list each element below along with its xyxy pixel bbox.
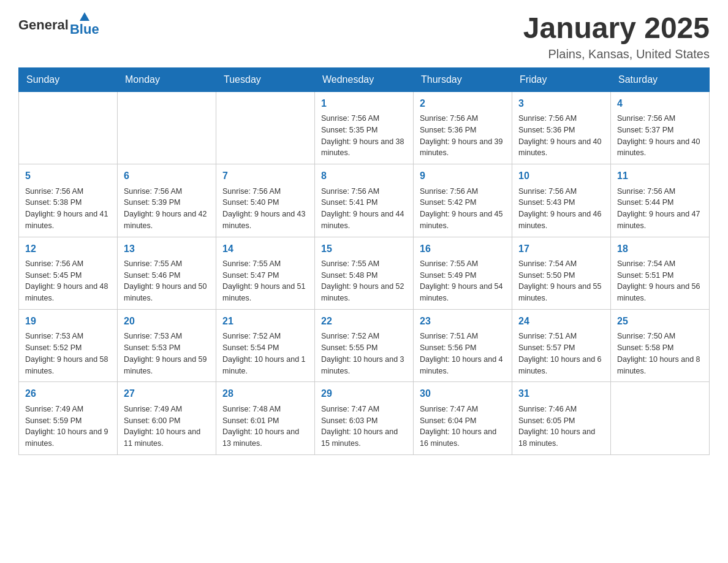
calendar-day-20: 20Sunrise: 7:53 AM Sunset: 5:53 PM Dayli…: [118, 309, 216, 381]
day-info: Sunrise: 7:47 AM Sunset: 6:03 PM Dayligh…: [321, 404, 407, 450]
calendar-day-21: 21Sunrise: 7:52 AM Sunset: 5:54 PM Dayli…: [216, 309, 315, 381]
weekday-header-saturday: Saturday: [611, 67, 710, 91]
day-number: 17: [518, 242, 604, 256]
page-header: General Blue January 2025 Plains, Kansas…: [18, 12, 710, 61]
calendar-week-row: 26Sunrise: 7:49 AM Sunset: 5:59 PM Dayli…: [19, 382, 710, 454]
day-info: Sunrise: 7:54 AM Sunset: 5:50 PM Dayligh…: [518, 258, 604, 304]
calendar-day-8: 8Sunrise: 7:56 AM Sunset: 5:41 PM Daylig…: [315, 164, 414, 237]
calendar-empty-cell: [216, 91, 315, 164]
day-info: Sunrise: 7:56 AM Sunset: 5:35 PM Dayligh…: [321, 113, 407, 159]
day-info: Sunrise: 7:56 AM Sunset: 5:36 PM Dayligh…: [420, 113, 506, 159]
title-block: January 2025 Plains, Kansas, United Stat…: [523, 12, 710, 61]
weekday-header-wednesday: Wednesday: [315, 67, 414, 91]
day-info: Sunrise: 7:53 AM Sunset: 5:53 PM Dayligh…: [124, 331, 210, 377]
day-info: Sunrise: 7:55 AM Sunset: 5:49 PM Dayligh…: [420, 258, 506, 304]
day-number: 20: [124, 315, 210, 328]
calendar-day-31: 31Sunrise: 7:46 AM Sunset: 6:05 PM Dayli…: [512, 382, 611, 454]
calendar-day-3: 3Sunrise: 7:56 AM Sunset: 5:36 PM Daylig…: [512, 91, 611, 164]
day-info: Sunrise: 7:55 AM Sunset: 5:46 PM Dayligh…: [124, 258, 210, 304]
day-number: 26: [25, 387, 111, 400]
calendar-day-26: 26Sunrise: 7:49 AM Sunset: 5:59 PM Dayli…: [19, 382, 118, 454]
day-info: Sunrise: 7:49 AM Sunset: 5:59 PM Dayligh…: [25, 404, 111, 450]
calendar-day-17: 17Sunrise: 7:54 AM Sunset: 5:50 PM Dayli…: [512, 237, 611, 309]
day-info: Sunrise: 7:54 AM Sunset: 5:51 PM Dayligh…: [617, 258, 703, 304]
location-title: Plains, Kansas, United States: [523, 47, 710, 61]
day-number: 29: [321, 387, 407, 400]
day-info: Sunrise: 7:48 AM Sunset: 6:01 PM Dayligh…: [222, 404, 308, 450]
day-number: 19: [25, 315, 111, 328]
calendar-day-4: 4Sunrise: 7:56 AM Sunset: 5:37 PM Daylig…: [611, 91, 710, 164]
day-number: 10: [518, 169, 604, 183]
calendar-day-22: 22Sunrise: 7:52 AM Sunset: 5:55 PM Dayli…: [315, 309, 414, 381]
calendar-empty-cell: [19, 91, 118, 164]
calendar-day-12: 12Sunrise: 7:56 AM Sunset: 5:45 PM Dayli…: [19, 237, 118, 309]
weekday-header-thursday: Thursday: [414, 67, 512, 91]
logo-triangle-up-icon: [80, 12, 89, 21]
calendar-day-30: 30Sunrise: 7:47 AM Sunset: 6:04 PM Dayli…: [414, 382, 512, 454]
calendar-day-13: 13Sunrise: 7:55 AM Sunset: 5:46 PM Dayli…: [118, 237, 216, 309]
day-info: Sunrise: 7:55 AM Sunset: 5:47 PM Dayligh…: [222, 258, 308, 304]
day-number: 1: [321, 97, 407, 110]
calendar-day-28: 28Sunrise: 7:48 AM Sunset: 6:01 PM Dayli…: [216, 382, 315, 454]
day-number: 30: [420, 387, 506, 400]
weekday-header-sunday: Sunday: [19, 67, 118, 91]
calendar-empty-cell: [118, 91, 216, 164]
calendar-day-10: 10Sunrise: 7:56 AM Sunset: 5:43 PM Dayli…: [512, 164, 611, 237]
calendar-week-row: 12Sunrise: 7:56 AM Sunset: 5:45 PM Dayli…: [19, 237, 710, 309]
calendar-day-29: 29Sunrise: 7:47 AM Sunset: 6:03 PM Dayli…: [315, 382, 414, 454]
day-info: Sunrise: 7:49 AM Sunset: 6:00 PM Dayligh…: [124, 404, 210, 450]
day-number: 5: [25, 169, 111, 183]
weekday-header-friday: Friday: [512, 67, 611, 91]
day-number: 22: [321, 315, 407, 328]
day-number: 15: [321, 242, 407, 256]
day-number: 8: [321, 169, 407, 183]
calendar-day-27: 27Sunrise: 7:49 AM Sunset: 6:00 PM Dayli…: [118, 382, 216, 454]
calendar-day-25: 25Sunrise: 7:50 AM Sunset: 5:58 PM Dayli…: [611, 309, 710, 381]
day-info: Sunrise: 7:56 AM Sunset: 5:43 PM Dayligh…: [518, 186, 604, 232]
calendar-day-19: 19Sunrise: 7:53 AM Sunset: 5:52 PM Dayli…: [19, 309, 118, 381]
calendar-week-row: 5Sunrise: 7:56 AM Sunset: 5:38 PM Daylig…: [19, 164, 710, 237]
day-info: Sunrise: 7:56 AM Sunset: 5:38 PM Dayligh…: [25, 186, 111, 232]
calendar-day-18: 18Sunrise: 7:54 AM Sunset: 5:51 PM Dayli…: [611, 237, 710, 309]
day-number: 14: [222, 242, 308, 256]
day-number: 6: [124, 169, 210, 183]
calendar-day-7: 7Sunrise: 7:56 AM Sunset: 5:40 PM Daylig…: [216, 164, 315, 237]
day-number: 2: [420, 97, 506, 110]
calendar-day-2: 2Sunrise: 7:56 AM Sunset: 5:36 PM Daylig…: [414, 91, 512, 164]
day-info: Sunrise: 7:56 AM Sunset: 5:36 PM Dayligh…: [518, 113, 604, 159]
day-number: 12: [25, 242, 111, 256]
day-info: Sunrise: 7:47 AM Sunset: 6:04 PM Dayligh…: [420, 404, 506, 450]
day-info: Sunrise: 7:56 AM Sunset: 5:37 PM Dayligh…: [617, 113, 703, 159]
day-number: 24: [518, 315, 604, 328]
calendar-table: SundayMondayTuesdayWednesdayThursdayFrid…: [18, 67, 710, 455]
day-info: Sunrise: 7:56 AM Sunset: 5:45 PM Dayligh…: [25, 258, 111, 304]
day-number: 28: [222, 387, 308, 400]
day-info: Sunrise: 7:51 AM Sunset: 5:57 PM Dayligh…: [518, 331, 604, 377]
calendar-day-5: 5Sunrise: 7:56 AM Sunset: 5:38 PM Daylig…: [19, 164, 118, 237]
day-info: Sunrise: 7:56 AM Sunset: 5:39 PM Dayligh…: [124, 186, 210, 232]
day-number: 13: [124, 242, 210, 256]
day-info: Sunrise: 7:52 AM Sunset: 5:54 PM Dayligh…: [222, 331, 308, 377]
day-number: 25: [617, 315, 703, 328]
calendar-week-row: 19Sunrise: 7:53 AM Sunset: 5:52 PM Dayli…: [19, 309, 710, 381]
day-number: 27: [124, 387, 210, 400]
day-info: Sunrise: 7:53 AM Sunset: 5:52 PM Dayligh…: [25, 331, 111, 377]
calendar-week-row: 1Sunrise: 7:56 AM Sunset: 5:35 PM Daylig…: [19, 91, 710, 164]
day-number: 18: [617, 242, 703, 256]
calendar-day-9: 9Sunrise: 7:56 AM Sunset: 5:42 PM Daylig…: [414, 164, 512, 237]
day-number: 4: [617, 97, 703, 110]
day-info: Sunrise: 7:56 AM Sunset: 5:41 PM Dayligh…: [321, 186, 407, 232]
day-info: Sunrise: 7:50 AM Sunset: 5:58 PM Dayligh…: [617, 331, 703, 377]
day-info: Sunrise: 7:46 AM Sunset: 6:05 PM Dayligh…: [518, 404, 604, 450]
day-info: Sunrise: 7:51 AM Sunset: 5:56 PM Dayligh…: [420, 331, 506, 377]
calendar-day-15: 15Sunrise: 7:55 AM Sunset: 5:48 PM Dayli…: [315, 237, 414, 309]
calendar-empty-cell: [611, 382, 710, 454]
day-info: Sunrise: 7:52 AM Sunset: 5:55 PM Dayligh…: [321, 331, 407, 377]
day-info: Sunrise: 7:56 AM Sunset: 5:40 PM Dayligh…: [222, 186, 308, 232]
day-number: 16: [420, 242, 506, 256]
day-info: Sunrise: 7:56 AM Sunset: 5:44 PM Dayligh…: [617, 186, 703, 232]
day-number: 31: [518, 387, 604, 400]
calendar-day-16: 16Sunrise: 7:55 AM Sunset: 5:49 PM Dayli…: [414, 237, 512, 309]
day-info: Sunrise: 7:55 AM Sunset: 5:48 PM Dayligh…: [321, 258, 407, 304]
day-number: 7: [222, 169, 308, 183]
